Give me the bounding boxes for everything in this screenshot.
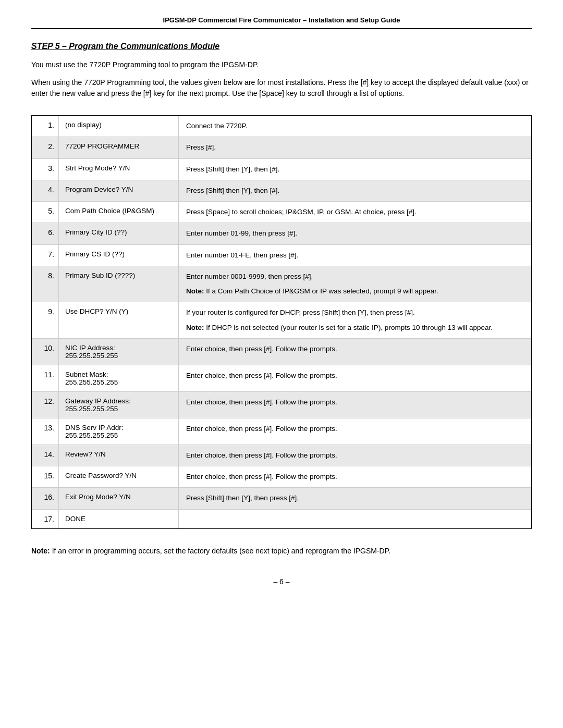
row-number: 16. [32,488,59,509]
row-instruction [179,510,531,528]
table-row: 5. Com Path Choice (IP&GSM) Press [Space… [32,202,531,223]
row-instruction: Enter number 01-FE, then press [#]. [179,245,531,266]
row-display: DONE [59,510,179,528]
row-display: Exit Prog Mode? Y/N [59,488,179,509]
row-instruction: Enter number 0001-9999, then press [#]. … [179,266,531,302]
row-number: 8. [32,266,59,302]
note-label: Note: [186,287,204,295]
page-header: IPGSM-DP Commercial Fire Communicator – … [31,16,532,29]
row-display: Program Device? Y/N [59,180,179,201]
row-instruction: Enter number 01-99, then press [#]. [179,223,531,244]
row-number: 13. [32,418,59,445]
table-row: 14. Review? Y/N Enter choice, then press… [32,445,531,466]
row-instruction: If your router is configured for DHCP, p… [179,302,531,338]
row-instruction: Enter choice, then press [#]. Follow the… [179,339,531,365]
row-number: 2. [32,137,59,158]
row-number: 10. [32,339,59,365]
row-display: Primary Sub ID (????) [59,266,179,302]
row-display: Primary CS ID (??) [59,245,179,266]
row-instruction: Enter choice, then press [#]. Follow the… [179,466,531,487]
row-instruction: Press [Shift] then [Y], then press [#]. [179,488,531,509]
page: IPGSM-DP Commercial Fire Communicator – … [0,0,563,728]
row-display: Com Path Choice (IP&GSM) [59,202,179,223]
row-number: 4. [32,180,59,201]
table-row: 16. Exit Prog Mode? Y/N Press [Shift] th… [32,488,531,509]
row-display: NIC IP Address: 255.255.255.255 [59,339,179,365]
row-instruction: Connect the 7720P. [179,116,531,137]
footer-note-text: If an error in programming occurs, set t… [50,547,390,555]
row-instruction: Press [#]. [179,137,531,158]
row-instruction: Enter choice, then press [#]. Follow the… [179,392,531,418]
row-instruction: Press [Shift] then [Y], then [#]. [179,159,531,180]
table-row: 8. Primary Sub ID (????) Enter number 00… [32,266,531,303]
row-number: 1. [32,116,59,137]
row-instruction: Enter choice, then press [#]. Follow the… [179,365,531,391]
programming-table: 1. (no display) Connect the 7720P. 2. 77… [31,115,532,529]
table-row: 11. Subnet Mask: 255.255.255.255 Enter c… [32,365,531,392]
row-display: Strt Prog Mode? Y/N [59,159,179,180]
row-number: 5. [32,202,59,223]
table-row: 12. Gateway IP Address: 255.255.255.255 … [32,392,531,418]
table-row: 17. DONE [32,510,531,528]
step-heading: STEP 5 – Program the Communications Modu… [31,42,532,51]
footer-note: Note: If an error in programming occurs,… [31,546,532,557]
table-row: 10. NIC IP Address: 255.255.255.255 Ente… [32,339,531,365]
row-number: 9. [32,302,59,338]
table-row: 7. Primary CS ID (??) Enter number 01-FE… [32,245,531,266]
row-display: Use DHCP? Y/N (Y) [59,302,179,338]
table-row: 9. Use DHCP? Y/N (Y) If your router is c… [32,302,531,339]
note-label: Note: [186,324,204,331]
page-number: – 6 – [31,577,532,586]
row-number: 6. [32,223,59,244]
row-display: (no display) [59,116,179,137]
row-instruction: Press [Space] to scroll choices; IP&GSM,… [179,202,531,223]
table-row: 1. (no display) Connect the 7720P. [32,116,531,137]
row-number: 7. [32,245,59,266]
row-number: 15. [32,466,59,487]
row-instruction: Enter choice, then press [#]. Follow the… [179,445,531,466]
row-display: Primary City ID (??) [59,223,179,244]
row-instruction: Enter choice, then press [#]. Follow the… [179,418,531,445]
row-number: 3. [32,159,59,180]
table-row: 3. Strt Prog Mode? Y/N Press [Shift] the… [32,159,531,180]
note-text: If a Com Path Choice of IP&GSM or IP was… [204,287,438,295]
row-display: Review? Y/N [59,445,179,466]
table-row: 2. 7720P PROGRAMMER Press [#]. [32,137,531,158]
row-display: DNS Serv IP Addr: 255.255.255.255 [59,418,179,445]
row-display: 7720P PROGRAMMER [59,137,179,158]
header-title: IPGSM-DP Commercial Fire Communicator – … [163,16,400,24]
row-number: 12. [32,392,59,418]
row-number: 11. [32,365,59,391]
note-text: If DHCP is not selected (your router is … [204,324,493,331]
footer-note-bold: Note: [31,547,50,555]
row-display: Create Password? Y/N [59,466,179,487]
row-number: 14. [32,445,59,466]
row-display: Gateway IP Address: 255.255.255.255 [59,392,179,418]
row-number: 17. [32,510,59,528]
row-instruction: Press [Shift] then [Y], then [#]. [179,180,531,201]
intro-paragraph-2: When using the 7720P Programming tool, t… [31,77,532,100]
table-row: 4. Program Device? Y/N Press [Shift] the… [32,180,531,202]
table-row: 13. DNS Serv IP Addr: 255.255.255.255 En… [32,418,531,445]
table-row: 15. Create Password? Y/N Enter choice, t… [32,466,531,488]
table-row: 6. Primary City ID (??) Enter number 01-… [32,223,531,244]
intro-paragraph-1: You must use the 7720P Programming tool … [31,59,532,71]
row-display: Subnet Mask: 255.255.255.255 [59,365,179,391]
